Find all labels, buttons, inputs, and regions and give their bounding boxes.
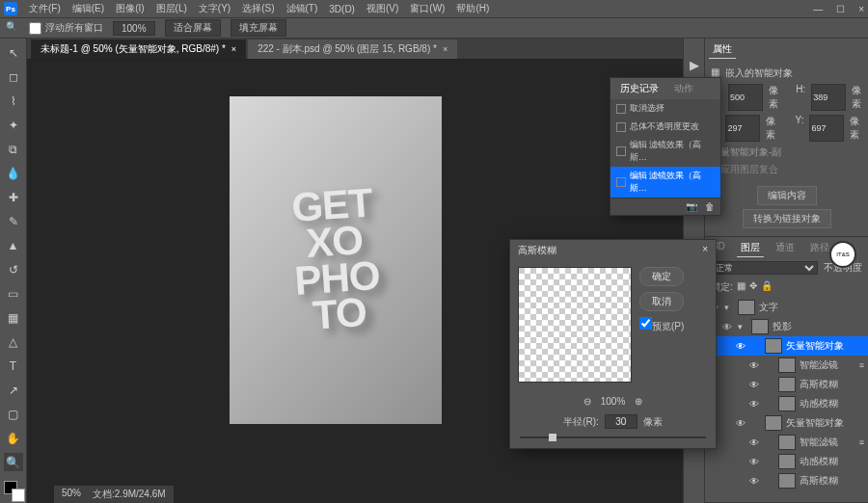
gradient-tool[interactable]: ▦: [4, 308, 23, 327]
fit-screen-button[interactable]: 适合屏幕: [165, 19, 221, 37]
layer-thumb-icon: [778, 473, 796, 489]
history-item[interactable]: 编辑 滤镜效果（高斯…: [610, 136, 720, 167]
visibility-icon[interactable]: 👁: [749, 399, 761, 410]
history-brush-tool[interactable]: ↺: [4, 261, 23, 279]
menu-3d[interactable]: 3D(D): [329, 4, 355, 14]
status-zoom[interactable]: 50%: [62, 488, 81, 501]
eraser-tool[interactable]: ▭: [4, 285, 23, 304]
marquee-tool[interactable]: ◻: [4, 68, 23, 87]
tab-doc2[interactable]: 222 - 副本.psd @ 50% (图层 15, RGB/8) *×: [248, 40, 457, 59]
menu-view[interactable]: 视图(V): [366, 2, 398, 15]
visibility-icon[interactable]: 👁: [749, 457, 761, 467]
zoom-field[interactable]: 100%: [113, 21, 155, 36]
layer-row[interactable]: 👁 高斯模糊: [705, 471, 868, 490]
lock-all-icon[interactable]: 🔒: [761, 280, 773, 294]
zoom-out-icon[interactable]: ⊖: [583, 396, 591, 407]
layer-row[interactable]: 👁智能滤镜≡: [705, 433, 868, 452]
menu-filter[interactable]: 滤镜(T): [286, 2, 318, 15]
camera-icon[interactable]: 📷: [686, 201, 697, 212]
menu-layer[interactable]: 图层(L): [156, 2, 187, 15]
layer-row[interactable]: 👁 动感模糊: [705, 394, 868, 413]
visibility-icon[interactable]: 👁: [749, 360, 761, 371]
menu-window[interactable]: 窗口(W): [410, 2, 445, 15]
tab-close-icon[interactable]: ×: [443, 44, 448, 54]
height-input[interactable]: [811, 84, 846, 111]
layer-name: 智能滤镜: [800, 436, 838, 449]
shape-tool[interactable]: ▢: [4, 405, 23, 423]
layer-row[interactable]: 👁 动感模糊: [705, 452, 868, 471]
radius-input[interactable]: [605, 414, 637, 429]
move-tool[interactable]: ↖: [4, 44, 23, 63]
menu-edit[interactable]: 编辑(E): [72, 2, 104, 15]
tab-channels[interactable]: 通道: [772, 239, 799, 257]
visibility-icon[interactable]: 👁: [736, 418, 747, 429]
zoom-tool[interactable]: 🔍: [4, 453, 23, 471]
brush-tool[interactable]: ✎: [4, 213, 23, 231]
history-item[interactable]: 编辑 滤镜效果（高斯…: [610, 167, 720, 198]
menu-image[interactable]: 图像(I): [116, 2, 144, 15]
visibility-icon[interactable]: 👁: [736, 341, 747, 352]
status-bar: 50% 文档:2.9M/24.6M: [54, 486, 174, 503]
tab-history[interactable]: 历史记录: [616, 80, 663, 97]
canvas-area: 未标题-1 @ 50% (矢量智能对象, RGB/8#) *× 222 - 副本…: [27, 39, 683, 503]
minimize-icon[interactable]: —: [813, 4, 823, 14]
layer-row[interactable]: 👁 矢量智能对象: [705, 413, 868, 433]
convert-link-button[interactable]: 转换为链接对象: [743, 209, 831, 228]
layer-row[interactable]: 👁 高斯模糊: [705, 375, 868, 394]
zoom-in-icon[interactable]: ⊕: [635, 396, 642, 407]
preview-checkbox[interactable]: 预览(P): [639, 317, 684, 333]
tab-layers[interactable]: 图层: [737, 239, 764, 257]
visibility-icon[interactable]: 👁: [749, 380, 761, 390]
stamp-tool[interactable]: ▲: [4, 237, 23, 255]
menu-type[interactable]: 文字(Y): [199, 2, 231, 15]
edit-content-button[interactable]: 编辑内容: [757, 186, 817, 205]
close-icon[interactable]: ×: [858, 4, 864, 14]
visibility-icon[interactable]: 👁: [749, 476, 761, 487]
radius-slider[interactable]: [520, 433, 706, 442]
ok-button[interactable]: 确定: [639, 267, 684, 286]
type-tool[interactable]: T: [4, 357, 23, 375]
hand-tool[interactable]: ✋: [4, 429, 23, 447]
x-input[interactable]: [725, 115, 760, 142]
lock-position-icon[interactable]: ✥: [749, 280, 757, 294]
tab-actions[interactable]: 动作: [670, 80, 697, 97]
gaussian-blur-dialog: 高斯模糊× 确定 取消 预览(P) ⊖ 100% ⊕ 半径(R): 像素: [509, 239, 717, 449]
fill-screen-button[interactable]: 填充屏幕: [231, 19, 286, 37]
blend-mode-select[interactable]: 正常: [711, 261, 818, 275]
dialog-title: 高斯模糊: [518, 244, 556, 257]
maximize-icon[interactable]: ☐: [836, 4, 845, 14]
visibility-icon[interactable]: 👁: [749, 437, 761, 448]
eyedropper-tool[interactable]: 💧: [4, 165, 23, 183]
color-swatches[interactable]: [4, 481, 23, 503]
menu-select[interactable]: 选择(S): [242, 2, 274, 15]
crop-tool[interactable]: ⧉: [4, 141, 23, 159]
lasso-tool[interactable]: ⌇: [4, 93, 23, 111]
float-checkbox[interactable]: [29, 22, 41, 35]
visibility-icon[interactable]: 👁: [722, 322, 734, 332]
healing-tool[interactable]: ✚: [4, 189, 23, 207]
wand-tool[interactable]: ✦: [4, 117, 23, 135]
history-item[interactable]: 取消选择: [610, 99, 720, 118]
menu-file[interactable]: 文件(F): [29, 2, 61, 15]
lock-pixels-icon[interactable]: ▦: [737, 280, 746, 294]
tab-properties[interactable]: 属性: [709, 40, 736, 59]
menu-help[interactable]: 帮助(H): [456, 2, 489, 15]
play-icon[interactable]: ▶: [690, 58, 699, 72]
trash-icon[interactable]: 🗑: [705, 201, 715, 212]
width-input[interactable]: [728, 84, 763, 111]
radius-unit: 像素: [643, 415, 663, 429]
layer-row[interactable]: 👁▾文字: [705, 298, 868, 317]
tab-close-icon[interactable]: ×: [231, 44, 236, 54]
tab-doc1[interactable]: 未标题-1 @ 50% (矢量智能对象, RGB/8#) *×: [31, 40, 246, 59]
y-input[interactable]: [809, 115, 844, 142]
blur-tool[interactable]: △: [4, 332, 23, 351]
history-item[interactable]: 总体不透明度更改: [610, 118, 720, 136]
canvas[interactable]: GET XO PHO TO: [230, 96, 442, 424]
dialog-close-icon[interactable]: ×: [702, 244, 708, 257]
layer-row[interactable]: 👁智能滤镜≡: [705, 356, 868, 375]
path-tool[interactable]: ↗: [4, 381, 23, 399]
layer-row[interactable]: 👁▾投影: [705, 317, 868, 336]
layer-row[interactable]: 👁 矢量智能对象: [705, 336, 868, 356]
cancel-button[interactable]: 取消: [639, 292, 684, 311]
filter-preview[interactable]: [518, 267, 632, 383]
